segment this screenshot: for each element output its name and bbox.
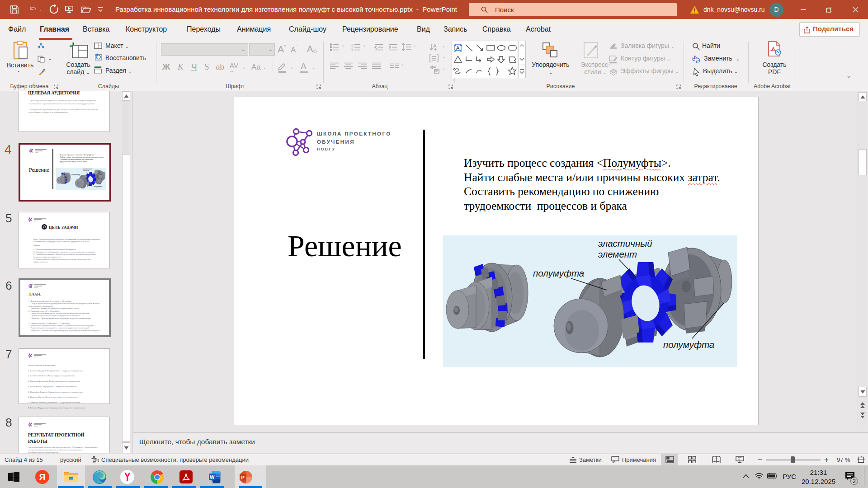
svg-text:эластичный: эластичный [598, 238, 652, 249]
svg-text:полумуфта: полумуфта [533, 268, 584, 278]
svg-text:P: P [241, 475, 245, 480]
svg-text:полумуфта: полумуфта [663, 339, 714, 350]
svg-text:W: W [210, 474, 215, 480]
svg-text:3: 3 [351, 49, 353, 51]
svg-text:A: A [456, 45, 460, 51]
svg-text:c: c [696, 59, 698, 64]
svg-text:элемент: элемент [598, 249, 637, 259]
svg-text:A: A [433, 43, 437, 48]
